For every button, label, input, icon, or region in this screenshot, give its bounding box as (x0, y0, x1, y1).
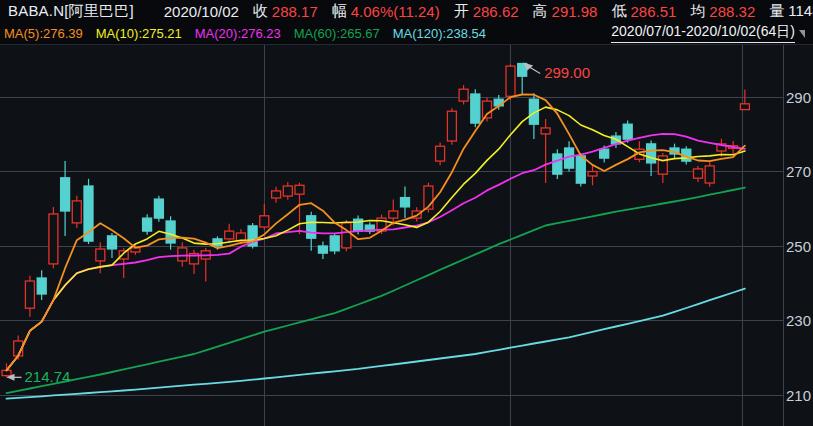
quote-field: 开286.62 (454, 2, 519, 21)
chart-canvas: 290270250230210299.00214.74 (0, 45, 813, 426)
quote-field: 低286.51 (611, 2, 676, 21)
ma-legend-item: MA(20):276.23 (195, 26, 281, 41)
period-low-label: 214.74 (25, 368, 71, 385)
quote-bar: BABA.N[阿里巴巴] 2020/10/02 收288.17幅4.06%(11… (0, 0, 813, 22)
ma-legend-item: MA(5):276.39 (4, 26, 83, 41)
period-high-label: 299.00 (544, 64, 590, 81)
y-axis-label: 210 (786, 387, 811, 404)
quote-fields: 收288.17幅4.06%(11.24)开286.62高291.98低286.5… (239, 2, 813, 21)
date-range-selector[interactable]: 2020/07/01-2020/10/02(64日) (611, 24, 805, 42)
ma-legend-item: MA(10):275.21 (96, 26, 182, 41)
ma-legend: MA(5):276.39MA(10):275.21MA(20):276.23MA… (4, 26, 499, 41)
y-axis-label: 230 (786, 312, 811, 329)
quote-field: 高291.98 (533, 2, 598, 21)
y-axis-label: 250 (786, 238, 811, 255)
quote-field: 量1148万 (769, 2, 813, 21)
quote-field: 均288.32 (690, 2, 755, 21)
candlestick-chart[interactable]: 290270250230210299.00214.74 (0, 44, 813, 426)
quote-field: 幅4.06%(11.24) (332, 2, 440, 21)
date-range-label: 2020/07/01-2020/10/02(64日) (611, 23, 795, 43)
ma-legend-item: MA(120):238.54 (393, 26, 486, 41)
y-axis-label: 270 (786, 163, 811, 180)
dropdown-triangle-icon (799, 30, 805, 38)
symbol-name: BABA.N[阿里巴巴] (8, 2, 134, 21)
ma-legend-item: MA(60):265.67 (294, 26, 380, 41)
y-axis-label: 290 (786, 89, 811, 106)
quote-field: 收288.17 (253, 2, 318, 21)
quote-date: 2020/10/02 (164, 3, 239, 20)
